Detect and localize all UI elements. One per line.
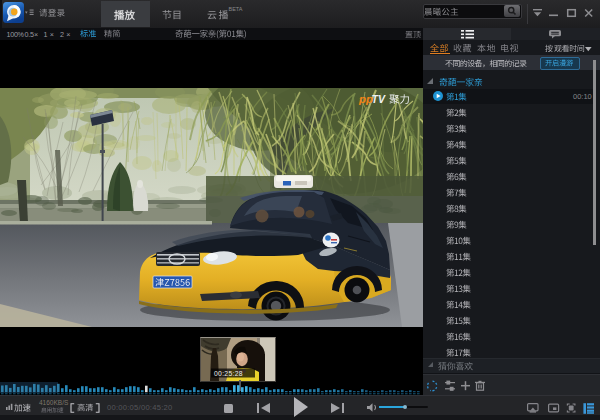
svg-text:TV: TV xyxy=(372,93,386,105)
